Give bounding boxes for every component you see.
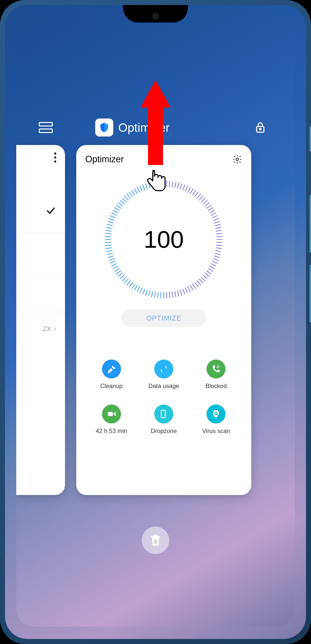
svg-line-75 — [129, 282, 133, 287]
screen: Optimizer ZX — [16, 18, 295, 626]
annotation-arrow-up — [140, 80, 170, 165]
svg-line-88 — [107, 253, 113, 255]
svg-rect-129 — [155, 539, 156, 544]
svg-line-102 — [111, 213, 116, 216]
svg-line-67 — [152, 291, 153, 297]
svg-line-55 — [185, 288, 188, 293]
svg-line-81 — [116, 270, 121, 274]
svg-line-7 — [175, 182, 176, 188]
tool-dropzone[interactable]: Dropzone — [138, 404, 190, 434]
volume-down-button[interactable] — [310, 265, 311, 322]
svg-line-89 — [106, 250, 112, 252]
shield-search-icon — [206, 404, 226, 424]
broom-icon — [102, 360, 121, 378]
svg-line-17 — [199, 196, 203, 200]
tool-blocked[interactable]: Blocked — [190, 360, 242, 390]
svg-line-112 — [132, 190, 135, 195]
svg-point-2 — [236, 158, 238, 160]
score-ring: 100 — [104, 180, 224, 300]
data-arrows-icon — [154, 360, 173, 378]
svg-rect-125 — [108, 412, 113, 416]
svg-line-94 — [105, 236, 111, 237]
svg-line-46 — [205, 273, 210, 276]
svg-line-76 — [127, 280, 130, 285]
svg-line-85 — [110, 261, 116, 264]
prev-card-tag: ZX — [43, 325, 58, 333]
svg-line-10 — [183, 184, 185, 190]
svg-line-6 — [172, 182, 173, 188]
recents-card-previous[interactable]: ZX — [16, 145, 65, 495]
svg-line-52 — [192, 284, 196, 289]
svg-line-114 — [137, 187, 140, 192]
svg-line-8 — [178, 183, 179, 188]
svg-line-30 — [216, 230, 222, 231]
tool-label: Virus scan — [190, 428, 242, 434]
svg-line-97 — [106, 227, 112, 228]
tool-virus-scan[interactable]: Virus scan — [190, 404, 242, 434]
svg-line-27 — [214, 221, 220, 223]
svg-line-80 — [118, 273, 123, 276]
svg-line-5 — [169, 181, 170, 187]
svg-line-95 — [105, 233, 111, 234]
svg-line-39 — [214, 256, 220, 258]
svg-line-101 — [110, 216, 116, 218]
svg-line-107 — [120, 200, 124, 204]
svg-line-68 — [148, 290, 150, 296]
svg-line-108 — [122, 198, 126, 202]
svg-line-105 — [116, 205, 121, 208]
svg-line-103 — [113, 210, 118, 213]
svg-line-78 — [122, 277, 126, 281]
phone-bezel: Optimizer ZX — [5, 5, 306, 639]
svg-line-50 — [197, 280, 201, 285]
svg-line-104 — [114, 208, 120, 211]
gear-icon[interactable] — [232, 154, 242, 164]
video-icon — [102, 404, 121, 424]
tool-screen-time[interactable]: 42 h 53 min — [85, 404, 138, 434]
svg-line-84 — [111, 264, 116, 266]
svg-line-16 — [197, 194, 201, 198]
svg-line-24 — [211, 213, 216, 216]
svg-line-34 — [216, 242, 222, 242]
svg-rect-128 — [154, 539, 155, 544]
svg-line-110 — [127, 194, 130, 198]
svg-line-90 — [106, 248, 112, 249]
lock-icon[interactable] — [253, 120, 267, 134]
svg-line-26 — [213, 218, 218, 221]
notch — [123, 5, 188, 22]
svg-line-57 — [180, 290, 182, 296]
svg-line-53 — [190, 285, 193, 290]
svg-line-60 — [172, 292, 173, 298]
svg-line-19 — [203, 200, 208, 204]
svg-line-21 — [206, 205, 211, 208]
svg-line-56 — [183, 289, 185, 294]
svg-line-91 — [105, 245, 111, 246]
svg-line-48 — [201, 277, 205, 281]
svg-line-15 — [195, 192, 198, 197]
svg-line-31 — [216, 233, 222, 234]
svg-line-44 — [208, 268, 213, 272]
tool-cleanup[interactable]: Cleanup — [85, 360, 138, 390]
layout-toggle-icon[interactable] — [39, 120, 53, 134]
svg-line-65 — [158, 292, 158, 298]
svg-line-28 — [215, 224, 220, 226]
svg-line-116 — [143, 184, 145, 190]
recents-card-optimizer[interactable]: Optimizer 100 — [76, 145, 251, 495]
svg-line-54 — [188, 286, 190, 292]
tool-data-usage[interactable]: Data usage — [138, 360, 190, 390]
more-icon[interactable] — [54, 152, 56, 162]
clear-all-button[interactable] — [142, 526, 169, 554]
tool-label: Data usage — [138, 382, 190, 390]
svg-line-66 — [154, 292, 156, 298]
power-button[interactable] — [310, 126, 311, 151]
annotation-hand-icon — [146, 168, 168, 197]
svg-line-62 — [166, 292, 167, 298]
svg-line-37 — [216, 250, 221, 252]
optimize-button[interactable]: OPTIMIZE — [121, 310, 206, 327]
optimizer-app-icon — [95, 118, 113, 136]
svg-line-13 — [190, 188, 193, 194]
svg-line-99 — [108, 221, 114, 223]
svg-line-29 — [216, 227, 221, 228]
volume-up-button[interactable] — [310, 195, 311, 252]
svg-line-11 — [185, 186, 188, 191]
svg-line-36 — [216, 248, 222, 249]
